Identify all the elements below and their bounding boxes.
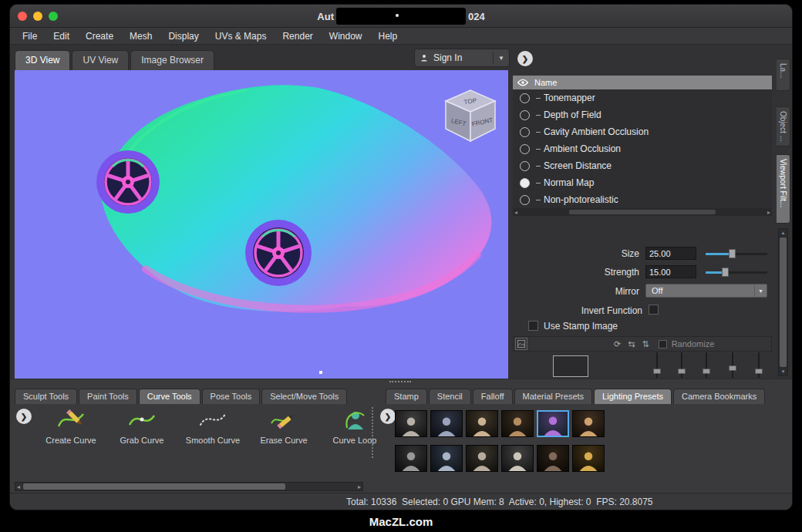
rotate-stamp-icon[interactable]: ⟳ xyxy=(614,340,621,348)
view-cube[interactable]: TOP LEFT FRONT xyxy=(446,90,495,141)
invert-function-checkbox[interactable] xyxy=(649,305,659,315)
menu-render[interactable]: Render xyxy=(282,31,312,42)
tray-hscrollbar[interactable]: ◂ ▸ xyxy=(15,482,363,491)
tab-select-move-tools[interactable]: Select/Move Tools xyxy=(261,389,347,404)
filter-row-depth-of-field[interactable]: Depth of Field xyxy=(513,106,772,123)
lighting-preset-thumb[interactable] xyxy=(466,445,498,472)
tab-paint-tools[interactable]: Paint Tools xyxy=(79,389,137,404)
tab-camera-bookmarks[interactable]: Camera Bookmarks xyxy=(673,389,765,404)
sign-in-dropdown[interactable]: Sign In ▼ xyxy=(414,49,510,67)
slider-handle[interactable] xyxy=(755,369,763,374)
viewport-3d[interactable]: TOP LEFT FRONT xyxy=(15,70,508,379)
tab-curve-tools[interactable]: Curve Tools xyxy=(139,389,200,404)
tool-create-curve[interactable]: Create Curve xyxy=(39,407,103,445)
stamp-vslider-2[interactable] xyxy=(676,352,687,378)
slider-handle[interactable] xyxy=(722,268,729,277)
import-stamp-button[interactable] xyxy=(515,338,527,350)
filter-list-header[interactable]: Name xyxy=(513,76,772,89)
size-input[interactable] xyxy=(645,247,696,260)
stamp-image-well[interactable] xyxy=(553,355,588,377)
use-stamp-image-checkbox[interactable] xyxy=(528,321,538,331)
menu-window[interactable]: Window xyxy=(329,31,362,42)
strength-slider[interactable] xyxy=(706,265,767,278)
menu-uvs-maps[interactable]: UVs & Maps xyxy=(215,31,267,42)
tray-left-expander-button[interactable]: ❯ xyxy=(16,409,32,424)
tab-material-presets[interactable]: Material Presets xyxy=(514,389,592,404)
lighting-preset-thumb[interactable] xyxy=(501,445,534,472)
menu-display[interactable]: Display xyxy=(168,31,198,42)
tab-falloff[interactable]: Falloff xyxy=(473,389,513,404)
mirror-dropdown[interactable]: Off ▼ xyxy=(645,284,767,298)
filter-toggle[interactable] xyxy=(520,93,530,103)
side-tab-object[interactable]: Object ... xyxy=(777,106,790,146)
stamp-vslider-1[interactable] xyxy=(652,352,662,378)
side-tab-layers[interactable]: La... xyxy=(777,59,790,91)
slider-handle[interactable] xyxy=(729,249,736,258)
tab-3d-view[interactable]: 3D View xyxy=(15,50,70,70)
tray-resize-handle[interactable] xyxy=(389,381,411,382)
lighting-preset-thumb[interactable] xyxy=(430,445,463,472)
slider-handle[interactable] xyxy=(703,369,710,374)
lighting-preset-thumb[interactable] xyxy=(466,410,498,437)
tool-grab-curve[interactable]: Grab Curve xyxy=(110,407,174,445)
filter-toggle[interactable] xyxy=(520,161,530,171)
tab-stamp[interactable]: Stamp xyxy=(386,389,427,404)
tray-right-expander-button[interactable]: ❯ xyxy=(380,409,396,424)
tab-lighting-presets[interactable]: Lighting Presets xyxy=(594,389,672,404)
scroll-up-icon[interactable]: ▴ xyxy=(782,230,785,236)
lighting-preset-thumb[interactable] xyxy=(395,445,427,472)
slider-handle[interactable] xyxy=(729,365,736,371)
filter-toggle[interactable] xyxy=(520,144,530,154)
filter-row-normal-map[interactable]: Normal Map xyxy=(513,174,772,191)
tab-uv-view[interactable]: UV View xyxy=(72,50,129,70)
slider-handle[interactable] xyxy=(653,369,661,374)
stamp-vslider-4[interactable] xyxy=(727,352,738,378)
filter-row-ambient-occlusion[interactable]: Ambient Occlusion xyxy=(513,140,772,157)
menu-mesh[interactable]: Mesh xyxy=(130,31,152,42)
tab-image-browser[interactable]: Image Browser xyxy=(130,50,214,70)
lighting-preset-thumb-selected[interactable] xyxy=(537,410,569,437)
filter-row-cavity-ambient-occlusion[interactable]: Cavity Ambient Occlusion xyxy=(513,123,772,140)
slider-handle[interactable] xyxy=(678,369,686,374)
scroll-left-icon[interactable]: ◂ xyxy=(17,483,20,490)
lighting-preset-thumb[interactable] xyxy=(430,410,463,437)
lighting-preset-thumb[interactable] xyxy=(572,445,605,472)
scroll-thumb[interactable] xyxy=(780,237,787,367)
filter-toggle[interactable] xyxy=(520,127,530,137)
tool-curve-loop[interactable]: Curve Loop xyxy=(323,407,386,445)
scroll-thumb[interactable] xyxy=(23,483,285,490)
randomize-checkbox[interactable] xyxy=(659,340,667,348)
scroll-down-icon[interactable]: ▾ xyxy=(782,369,785,375)
filter-row-screen-distance[interactable]: Screen Distance xyxy=(513,157,772,174)
stamp-vslider-5[interactable] xyxy=(753,352,764,378)
filter-list-hscrollbar[interactable]: ◂ ▸ xyxy=(513,208,772,216)
filter-toggle[interactable] xyxy=(520,110,530,120)
panel-expander-button[interactable]: ❯ xyxy=(517,51,533,66)
tab-sculpt-tools[interactable]: Sculpt Tools xyxy=(15,389,77,404)
scroll-left-icon[interactable]: ◂ xyxy=(514,209,517,216)
tab-stencil[interactable]: Stencil xyxy=(429,389,471,404)
menu-edit[interactable]: Edit xyxy=(53,31,69,42)
menu-help[interactable]: Help xyxy=(379,31,398,42)
filter-toggle[interactable] xyxy=(520,195,530,205)
lighting-preset-thumb[interactable] xyxy=(537,445,569,472)
stamp-vslider-3[interactable] xyxy=(701,352,712,378)
tool-smooth-curve[interactable]: Smooth Curve xyxy=(181,407,244,445)
side-tab-viewport-filters[interactable]: Viewport Filt... xyxy=(777,154,790,224)
filter-row-tonemapper[interactable]: Tonemapper xyxy=(513,89,772,106)
filter-row-non-photorealistic[interactable]: Non-photorealistic xyxy=(513,191,772,208)
lighting-preset-thumb[interactable] xyxy=(501,410,534,437)
panel-vscrollbar[interactable]: ▴ ▾ xyxy=(778,228,788,376)
tool-erase-curve[interactable]: Erase Curve xyxy=(252,407,315,445)
filter-toggle-on[interactable] xyxy=(520,178,530,188)
flip-horizontal-icon[interactable]: ⇆ xyxy=(628,340,635,348)
scroll-thumb[interactable] xyxy=(569,210,716,214)
tab-pose-tools[interactable]: Pose Tools xyxy=(202,389,261,404)
lighting-preset-thumb[interactable] xyxy=(572,410,605,437)
scroll-right-icon[interactable]: ▸ xyxy=(767,209,770,216)
lighting-preset-thumb[interactable] xyxy=(395,410,427,437)
scroll-right-icon[interactable]: ▸ xyxy=(358,483,361,490)
menu-create[interactable]: Create xyxy=(86,31,113,42)
size-slider[interactable] xyxy=(706,247,767,260)
flip-vertical-icon[interactable]: ⇅ xyxy=(642,340,649,348)
